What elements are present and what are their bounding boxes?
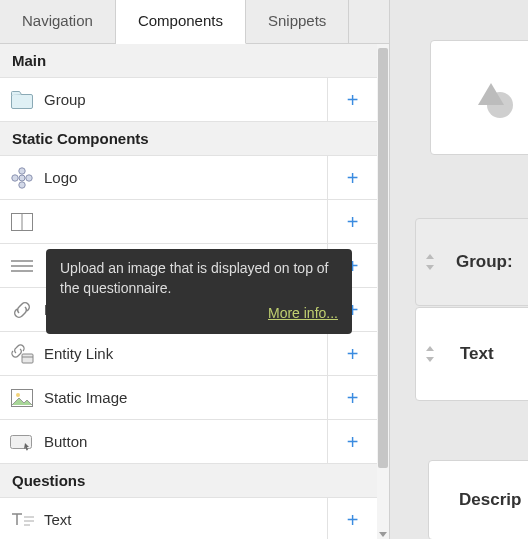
- plus-icon: +: [347, 432, 359, 452]
- plus-icon: +: [347, 212, 359, 232]
- svg-point-14: [16, 393, 20, 397]
- item-label: Static Image: [44, 389, 327, 406]
- placeholder-shape-icon: [472, 75, 518, 121]
- item-label: Logo: [44, 169, 327, 186]
- drag-handle[interactable]: [426, 254, 434, 270]
- arrow-down-icon: [426, 357, 434, 362]
- canvas-text-block[interactable]: Text: [415, 307, 528, 401]
- section-static: Static Components: [0, 122, 377, 156]
- item-text[interactable]: Text +: [0, 498, 377, 539]
- canvas-group-block[interactable]: Group:: [415, 218, 528, 306]
- add-button[interactable]: +: [327, 200, 377, 243]
- add-button[interactable]: +: [327, 376, 377, 419]
- item-entity-link[interactable]: Entity Link +: [0, 332, 377, 376]
- entity-link-icon: [0, 343, 44, 365]
- svg-point-1: [19, 175, 25, 181]
- canvas-description-label: Descrip: [459, 490, 521, 510]
- add-button[interactable]: +: [327, 78, 377, 121]
- tab-snippets[interactable]: Snippets: [246, 0, 349, 43]
- arrow-up-icon: [426, 254, 434, 259]
- image-icon: [0, 389, 44, 407]
- tab-components[interactable]: Components: [116, 0, 246, 44]
- plus-icon: +: [347, 344, 359, 364]
- canvas-text-label: Text: [460, 344, 494, 364]
- add-button[interactable]: +: [327, 498, 377, 539]
- section-questions: Questions: [0, 464, 377, 498]
- item-logo[interactable]: Logo +: [0, 156, 377, 200]
- scrollbar-thumb[interactable]: [378, 48, 388, 468]
- item-static-image[interactable]: Static Image +: [0, 376, 377, 420]
- item-columns[interactable]: +: [0, 200, 377, 244]
- add-button[interactable]: +: [327, 156, 377, 199]
- drag-handle[interactable]: [426, 346, 434, 362]
- button-icon: [0, 433, 44, 451]
- canvas-logo-block[interactable]: [430, 40, 528, 155]
- item-label: Group: [44, 91, 327, 108]
- svg-point-5: [26, 174, 32, 180]
- svg-point-4: [12, 174, 18, 180]
- add-button[interactable]: +: [327, 332, 377, 375]
- lines-icon: [0, 259, 44, 273]
- link-icon: [0, 299, 44, 321]
- text-icon: [0, 511, 44, 529]
- arrow-down-icon: [426, 265, 434, 270]
- plus-icon: +: [347, 388, 359, 408]
- tooltip: Upload an image that is displayed on top…: [46, 249, 352, 334]
- scrollbar[interactable]: [377, 44, 389, 539]
- scrollbar-down-arrow[interactable]: [379, 532, 387, 537]
- item-group[interactable]: Group +: [0, 78, 377, 122]
- canvas-group-label: Group:: [456, 252, 513, 272]
- plus-icon: +: [347, 510, 359, 530]
- tooltip-more-link[interactable]: More info...: [60, 304, 338, 324]
- tooltip-text: Upload an image that is displayed on top…: [60, 260, 329, 296]
- item-button[interactable]: Button +: [0, 420, 377, 464]
- components-panel: Navigation Components Snippets Main Grou…: [0, 0, 390, 539]
- canvas[interactable]: Group: Text Descrip: [390, 0, 528, 539]
- plus-icon: +: [347, 168, 359, 188]
- plus-icon: +: [347, 90, 359, 110]
- tab-navigation[interactable]: Navigation: [0, 0, 116, 43]
- svg-rect-0: [12, 94, 33, 108]
- flower-icon: [0, 167, 44, 189]
- columns-icon: [0, 213, 44, 231]
- svg-point-3: [19, 181, 25, 187]
- item-label: Button: [44, 433, 327, 450]
- svg-rect-11: [22, 354, 33, 363]
- section-main: Main: [0, 44, 377, 78]
- item-label: Entity Link: [44, 345, 327, 362]
- folder-icon: [0, 91, 44, 109]
- svg-point-2: [19, 167, 25, 173]
- panel-tabs: Navigation Components Snippets: [0, 0, 389, 44]
- canvas-description-block[interactable]: Descrip: [428, 460, 528, 539]
- add-button[interactable]: +: [327, 420, 377, 463]
- item-label: Text: [44, 511, 327, 528]
- arrow-up-icon: [426, 346, 434, 351]
